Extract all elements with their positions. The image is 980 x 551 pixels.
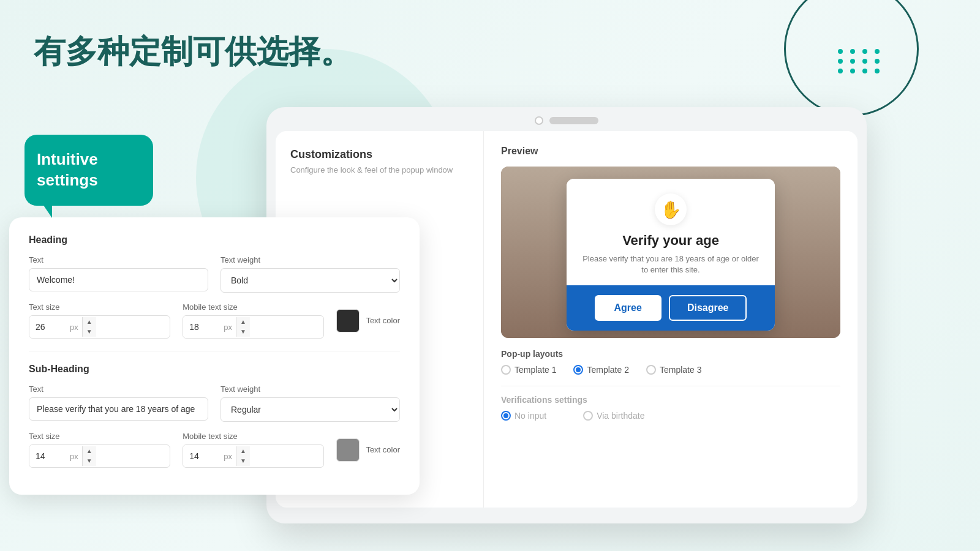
disagree-button[interactable]: Disagree <box>669 295 747 321</box>
template3-option[interactable]: Template 3 <box>646 365 701 375</box>
popup-buttons: Agree Disagree <box>567 285 775 331</box>
heading-mobile-up[interactable]: ▲ <box>236 317 250 327</box>
subheading-mobile-size-label: Mobile text size <box>183 432 324 441</box>
verif-section: Verifications settings No input Via birt… <box>501 386 840 421</box>
heading-weight-select[interactable]: Thin Regular Medium Bold Black <box>221 268 400 293</box>
heading-color-label: Text color <box>366 316 400 325</box>
heading-text-row: Text Text weight Thin Regular Medium Bol… <box>29 255 400 293</box>
speech-bubble-text: Intuitive settings <box>37 149 141 191</box>
popup-heading: Verify your age <box>579 233 763 249</box>
verif-label: Verifications settings <box>501 395 840 405</box>
subheading-mobile-size-input[interactable] <box>183 445 220 467</box>
main-title: 有多种定制可供选择。 <box>34 31 352 73</box>
heading-weight-label: Text weight <box>221 255 400 264</box>
subheading-mobile-spinner: ▲ ▼ <box>236 446 250 466</box>
heading-mobile-down[interactable]: ▼ <box>236 327 250 337</box>
subheading-mobile-size-group: Mobile text size px ▲ ▼ <box>183 432 324 468</box>
heading-size-label: Text size <box>29 302 170 312</box>
heading-size-input[interactable] <box>29 316 66 338</box>
heading-mobile-size-label: Mobile text size <box>183 302 324 312</box>
subheading-size-label: Text size <box>29 432 170 441</box>
layouts-section: Pop-up layouts Template 1 Template 2 Tem… <box>501 349 840 375</box>
verif-options: No input Via birthdate <box>501 411 840 421</box>
heading-text-input[interactable] <box>29 268 208 291</box>
subheading-mobile-size-wrap: px ▲ ▼ <box>183 444 324 468</box>
agree-button[interactable]: Agree <box>595 295 662 321</box>
template1-radio[interactable] <box>501 365 511 375</box>
subheading-mobile-up[interactable]: ▲ <box>236 446 250 456</box>
heading-size-down[interactable]: ▼ <box>83 327 96 337</box>
subheading-size-row: Text size px ▲ ▼ Mobile text size px ▲ ▼ <box>29 432 400 468</box>
subheading-size-unit: px <box>66 452 82 461</box>
subheading-size-input[interactable] <box>29 445 66 467</box>
subheading-text-label: Text <box>29 384 208 394</box>
template2-radio[interactable] <box>573 365 583 375</box>
heading-color-row: Text color <box>336 302 400 339</box>
no-input-label: No input <box>514 411 546 421</box>
preview-panel: Preview ✋ Verify your age Please verify … <box>484 131 858 508</box>
layout-options: Template 1 Template 2 Template 3 <box>501 365 840 375</box>
popup-card: ✋ Verify your age Please verify that you… <box>567 179 775 331</box>
subheading-text-input[interactable] <box>29 397 208 421</box>
subheading-section-label: Sub-Heading <box>29 364 400 375</box>
subheading-size-up[interactable]: ▲ <box>83 446 96 456</box>
popup-subtext: Please verify that you are 18 years of a… <box>579 253 763 276</box>
tablet-home-btn <box>535 116 543 125</box>
settings-panel: Heading Text Text weight Thin Regular Me… <box>9 217 420 495</box>
preview-title: Preview <box>501 146 840 157</box>
tablet-pill <box>549 117 598 124</box>
preview-area: ✋ Verify your age Please verify that you… <box>501 167 840 338</box>
heading-section-label: Heading <box>29 234 400 246</box>
heading-text-group: Text <box>29 255 208 293</box>
template2-option[interactable]: Template 2 <box>573 365 628 375</box>
heading-mobile-size-input[interactable] <box>183 316 220 338</box>
subheading-mobile-down[interactable]: ▼ <box>236 456 250 466</box>
birthdate-option[interactable]: Via birthdate <box>583 411 644 421</box>
heading-mobile-size-group: Mobile text size px ▲ ▼ <box>183 302 324 339</box>
subheading-color-swatch[interactable] <box>336 438 360 462</box>
template3-radio[interactable] <box>646 365 656 375</box>
heading-text-label: Text <box>29 255 208 264</box>
tablet-top-bar <box>276 116 858 125</box>
dots-decoration <box>838 49 882 73</box>
heading-size-row: Text size px ▲ ▼ Mobile text size px ▲ ▼ <box>29 302 400 339</box>
template3-label: Template 3 <box>660 365 701 375</box>
heading-size-input-wrap: px ▲ ▼ <box>29 315 170 339</box>
heading-mobile-size-wrap: px ▲ ▼ <box>183 315 324 339</box>
subheading-color-label: Text color <box>366 445 400 454</box>
heading-size-unit: px <box>66 323 82 332</box>
subheading-weight-group: Text weight Thin Regular Medium Bold Bla… <box>221 384 400 422</box>
heading-mobile-unit: px <box>220 323 236 332</box>
subheading-weight-select[interactable]: Thin Regular Medium Bold Black <box>221 397 400 422</box>
subheading-weight-label: Text weight <box>221 384 400 394</box>
hand-icon: ✋ <box>655 193 687 225</box>
subheading-size-group: Text size px ▲ ▼ <box>29 432 170 468</box>
layouts-label: Pop-up layouts <box>501 349 840 359</box>
heading-mobile-spinner: ▲ ▼ <box>236 317 250 337</box>
subheading-color-row: Text color <box>336 432 400 468</box>
template1-label: Template 1 <box>514 365 556 375</box>
heading-size-spinner: ▲ ▼ <box>82 317 96 337</box>
section-divider <box>29 351 400 351</box>
subheading-size-down[interactable]: ▼ <box>83 456 96 466</box>
customizations-title: Customizations <box>290 148 469 161</box>
customizations-subtitle: Configure the look & feel of the popup w… <box>290 165 469 176</box>
no-input-radio[interactable] <box>501 411 511 421</box>
subheading-size-input-wrap: px ▲ ▼ <box>29 444 170 468</box>
subheading-text-group: Text <box>29 384 208 422</box>
popup-card-top: ✋ Verify your age Please verify that you… <box>567 179 775 285</box>
template1-option[interactable]: Template 1 <box>501 365 556 375</box>
subheading-mobile-unit: px <box>220 452 236 461</box>
heading-size-group: Text size px ▲ ▼ <box>29 302 170 339</box>
subheading-size-spinner: ▲ ▼ <box>82 446 96 466</box>
heading-color-swatch[interactable] <box>336 309 360 332</box>
template2-label: Template 2 <box>587 365 628 375</box>
heading-weight-group: Text weight Thin Regular Medium Bold Bla… <box>221 255 400 293</box>
no-input-option[interactable]: No input <box>501 411 546 421</box>
speech-bubble: Intuitive settings <box>24 135 153 206</box>
birthdate-label: Via birthdate <box>597 411 644 421</box>
heading-size-up[interactable]: ▲ <box>83 317 96 327</box>
subheading-text-row: Text Text weight Thin Regular Medium Bol… <box>29 384 400 422</box>
birthdate-radio[interactable] <box>583 411 593 421</box>
